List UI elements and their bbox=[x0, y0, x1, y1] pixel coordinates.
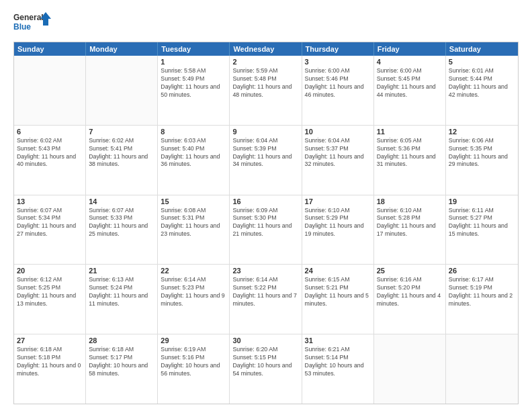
logo: General Blue bbox=[13, 11, 51, 35]
cell-info: Sunrise: 6:06 AM Sunset: 5:35 PM Dayligh… bbox=[449, 137, 515, 169]
day-cell-28: 28Sunrise: 6:18 AM Sunset: 5:17 PM Dayli… bbox=[86, 334, 158, 404]
day-cell-30: 30Sunrise: 6:20 AM Sunset: 5:15 PM Dayli… bbox=[230, 334, 302, 404]
day-cell-8: 8Sunrise: 6:03 AM Sunset: 5:40 PM Daylig… bbox=[158, 126, 230, 195]
cell-info: Sunrise: 6:11 AM Sunset: 5:27 PM Dayligh… bbox=[449, 207, 515, 239]
calendar-body: 1Sunrise: 5:58 AM Sunset: 5:49 PM Daylig… bbox=[14, 56, 518, 404]
calendar-week-1: 1Sunrise: 5:58 AM Sunset: 5:49 PM Daylig… bbox=[14, 56, 518, 125]
cell-info: Sunrise: 5:59 AM Sunset: 5:48 PM Dayligh… bbox=[232, 67, 298, 99]
day-number: 28 bbox=[89, 336, 154, 345]
day-cell-16: 16Sunrise: 6:09 AM Sunset: 5:30 PM Dayli… bbox=[230, 195, 302, 265]
cell-info: Sunrise: 6:18 AM Sunset: 5:17 PM Dayligh… bbox=[89, 346, 154, 378]
day-number: 12 bbox=[449, 128, 515, 136]
cell-info: Sunrise: 6:19 AM Sunset: 5:16 PM Dayligh… bbox=[161, 346, 226, 378]
day-number: 31 bbox=[305, 336, 371, 345]
day-cell-11: 11Sunrise: 6:05 AM Sunset: 5:36 PM Dayli… bbox=[374, 126, 446, 195]
day-cell-31: 31Sunrise: 6:21 AM Sunset: 5:14 PM Dayli… bbox=[302, 334, 374, 404]
day-cell-23: 23Sunrise: 6:14 AM Sunset: 5:22 PM Dayli… bbox=[230, 265, 302, 334]
day-cell-12: 12Sunrise: 6:06 AM Sunset: 5:35 PM Dayli… bbox=[446, 126, 518, 195]
day-number: 23 bbox=[232, 267, 298, 275]
calendar-week-2: 6Sunrise: 6:02 AM Sunset: 5:43 PM Daylig… bbox=[14, 125, 518, 195]
day-cell-27: 27Sunrise: 6:18 AM Sunset: 5:18 PM Dayli… bbox=[14, 334, 86, 404]
cell-info: Sunrise: 6:20 AM Sunset: 5:15 PM Dayligh… bbox=[232, 346, 298, 378]
day-number: 5 bbox=[449, 58, 515, 66]
cell-info: Sunrise: 6:10 AM Sunset: 5:28 PM Dayligh… bbox=[377, 207, 443, 239]
day-cell-5: 5Sunrise: 6:01 AM Sunset: 5:44 PM Daylig… bbox=[446, 56, 518, 125]
cell-info: Sunrise: 6:00 AM Sunset: 5:45 PM Dayligh… bbox=[377, 67, 443, 99]
header-day-monday: Monday bbox=[86, 42, 158, 56]
day-number: 20 bbox=[17, 267, 83, 275]
header-day-tuesday: Tuesday bbox=[158, 42, 230, 56]
day-number: 13 bbox=[17, 197, 83, 205]
day-number: 1 bbox=[161, 58, 226, 66]
day-number: 2 bbox=[232, 58, 298, 66]
day-cell-14: 14Sunrise: 6:07 AM Sunset: 5:33 PM Dayli… bbox=[86, 195, 158, 265]
cell-info: Sunrise: 6:07 AM Sunset: 5:33 PM Dayligh… bbox=[89, 207, 154, 239]
day-number: 18 bbox=[377, 197, 443, 205]
cell-info: Sunrise: 6:10 AM Sunset: 5:29 PM Dayligh… bbox=[305, 207, 371, 239]
calendar-week-4: 20Sunrise: 6:12 AM Sunset: 5:25 PM Dayli… bbox=[14, 264, 518, 334]
cell-info: Sunrise: 6:08 AM Sunset: 5:31 PM Dayligh… bbox=[161, 207, 226, 239]
calendar-header: SundayMondayTuesdayWednesdayThursdayFrid… bbox=[14, 42, 518, 56]
day-cell-21: 21Sunrise: 6:13 AM Sunset: 5:24 PM Dayli… bbox=[86, 265, 158, 334]
day-number: 11 bbox=[377, 128, 443, 136]
day-cell-2: 2Sunrise: 5:59 AM Sunset: 5:48 PM Daylig… bbox=[230, 56, 302, 125]
cell-info: Sunrise: 6:09 AM Sunset: 5:30 PM Dayligh… bbox=[232, 207, 298, 239]
day-cell-17: 17Sunrise: 6:10 AM Sunset: 5:29 PM Dayli… bbox=[302, 195, 374, 265]
day-cell-22: 22Sunrise: 6:14 AM Sunset: 5:23 PM Dayli… bbox=[158, 265, 230, 334]
cell-info: Sunrise: 6:14 AM Sunset: 5:22 PM Dayligh… bbox=[232, 276, 298, 308]
day-cell-4: 4Sunrise: 6:00 AM Sunset: 5:45 PM Daylig… bbox=[374, 56, 446, 125]
cell-info: Sunrise: 5:58 AM Sunset: 5:49 PM Dayligh… bbox=[161, 67, 226, 99]
calendar: SundayMondayTuesdayWednesdayThursdayFrid… bbox=[13, 42, 519, 404]
cell-info: Sunrise: 6:03 AM Sunset: 5:40 PM Dayligh… bbox=[161, 137, 226, 169]
header-day-thursday: Thursday bbox=[302, 42, 374, 56]
header-day-sunday: Sunday bbox=[14, 42, 86, 56]
header: General Blue bbox=[13, 11, 519, 35]
empty-cell bbox=[86, 56, 158, 125]
day-number: 7 bbox=[89, 128, 154, 136]
cell-info: Sunrise: 6:16 AM Sunset: 5:20 PM Dayligh… bbox=[377, 276, 443, 308]
day-number: 27 bbox=[17, 336, 83, 345]
day-cell-13: 13Sunrise: 6:07 AM Sunset: 5:34 PM Dayli… bbox=[14, 195, 86, 265]
day-cell-26: 26Sunrise: 6:17 AM Sunset: 5:19 PM Dayli… bbox=[446, 265, 518, 334]
day-number: 6 bbox=[17, 128, 83, 136]
day-cell-3: 3Sunrise: 6:00 AM Sunset: 5:46 PM Daylig… bbox=[302, 56, 374, 125]
empty-cell bbox=[374, 334, 446, 404]
cell-info: Sunrise: 6:15 AM Sunset: 5:21 PM Dayligh… bbox=[305, 276, 371, 308]
header-day-wednesday: Wednesday bbox=[230, 42, 302, 56]
day-number: 22 bbox=[161, 267, 226, 275]
svg-text:General: General bbox=[13, 13, 44, 22]
day-number: 9 bbox=[232, 128, 298, 136]
day-number: 3 bbox=[305, 58, 371, 66]
day-cell-15: 15Sunrise: 6:08 AM Sunset: 5:31 PM Dayli… bbox=[158, 195, 230, 265]
cell-info: Sunrise: 6:02 AM Sunset: 5:43 PM Dayligh… bbox=[17, 137, 83, 169]
cell-info: Sunrise: 6:17 AM Sunset: 5:19 PM Dayligh… bbox=[449, 276, 515, 308]
day-number: 25 bbox=[377, 267, 443, 275]
cell-info: Sunrise: 6:18 AM Sunset: 5:18 PM Dayligh… bbox=[17, 346, 83, 378]
cell-info: Sunrise: 6:14 AM Sunset: 5:23 PM Dayligh… bbox=[161, 276, 226, 308]
day-number: 21 bbox=[89, 267, 154, 275]
logo-svg: General Blue bbox=[13, 11, 51, 35]
cell-info: Sunrise: 6:00 AM Sunset: 5:46 PM Dayligh… bbox=[305, 67, 371, 99]
calendar-week-5: 27Sunrise: 6:18 AM Sunset: 5:18 PM Dayli… bbox=[14, 334, 518, 404]
day-number: 19 bbox=[449, 197, 515, 205]
cell-info: Sunrise: 6:12 AM Sunset: 5:25 PM Dayligh… bbox=[17, 276, 83, 308]
day-number: 16 bbox=[232, 197, 298, 205]
day-number: 14 bbox=[89, 197, 154, 205]
cell-info: Sunrise: 6:02 AM Sunset: 5:41 PM Dayligh… bbox=[89, 137, 154, 169]
empty-cell bbox=[14, 56, 86, 125]
cell-info: Sunrise: 6:21 AM Sunset: 5:14 PM Dayligh… bbox=[305, 346, 371, 378]
day-number: 10 bbox=[305, 128, 371, 136]
svg-text:Blue: Blue bbox=[13, 22, 31, 32]
day-number: 30 bbox=[232, 336, 298, 345]
day-cell-18: 18Sunrise: 6:10 AM Sunset: 5:28 PM Dayli… bbox=[374, 195, 446, 265]
day-number: 4 bbox=[377, 58, 443, 66]
day-cell-19: 19Sunrise: 6:11 AM Sunset: 5:27 PM Dayli… bbox=[446, 195, 518, 265]
header-day-saturday: Saturday bbox=[446, 42, 518, 56]
day-cell-7: 7Sunrise: 6:02 AM Sunset: 5:41 PM Daylig… bbox=[86, 126, 158, 195]
day-number: 24 bbox=[305, 267, 371, 275]
day-number: 26 bbox=[449, 267, 515, 275]
day-cell-20: 20Sunrise: 6:12 AM Sunset: 5:25 PM Dayli… bbox=[14, 265, 86, 334]
day-cell-24: 24Sunrise: 6:15 AM Sunset: 5:21 PM Dayli… bbox=[302, 265, 374, 334]
day-number: 29 bbox=[161, 336, 226, 345]
day-cell-25: 25Sunrise: 6:16 AM Sunset: 5:20 PM Dayli… bbox=[374, 265, 446, 334]
